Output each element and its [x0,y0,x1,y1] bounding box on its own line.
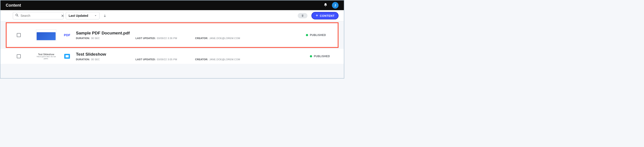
avatar-initial: J [334,4,336,7]
status-badge: PUBLISHED [306,34,334,37]
content-row[interactable]: Test Slideshow This is just a test. Do n… [0,49,344,64]
updated-value: 03/09/22 3:05 PM [157,58,177,61]
duration-label: DURATION: [76,58,90,61]
status-badge: PUBLISHED [310,55,338,58]
item-title: Sample PDF Document.pdf [76,31,302,36]
row-checkbox[interactable] [17,54,21,58]
row-details: Sample PDF Document.pdf DURATION: 30 SEC… [76,31,302,40]
toolbar-right: CONTENT [298,12,338,20]
notifications-icon[interactable] [324,3,328,8]
content-row[interactable]: PDF Sample PDF Document.pdf DURATION: 30… [6,22,338,48]
svg-point-0 [16,14,18,16]
sort-selected-label: Last Updated [69,14,88,18]
updated-label: LAST UPDATED: [136,37,156,40]
status-text: PUBLISHED [310,34,326,37]
type-indicator: PDF [62,33,72,37]
item-title: Test Slideshow [76,52,306,57]
status-dot-icon [306,34,308,36]
creator-value: JANE.DOE@LOREM.COM [209,58,240,61]
row-details: Test Slideshow DURATION: 30 SEC LAST UPD… [76,52,306,61]
topbar: Content J [0,0,344,10]
row-checkbox[interactable] [17,33,21,37]
creator-value: JANE.DOE@LOREM.COM [209,37,240,40]
search-input[interactable] [20,14,59,18]
slideshow-icon [64,54,70,59]
topbar-right: J [324,2,338,8]
creator-label: CREATOR: [195,58,208,61]
add-content-label: CONTENT [320,14,334,18]
sort-direction-toggle[interactable] [102,12,108,19]
type-indicator [62,54,72,59]
thumb-subtitle: This is just a test. Do not panic. [36,56,56,60]
plus-icon [316,14,318,18]
duration-value: 30 SEC [91,58,100,61]
pdf-type-label: PDF [64,33,70,37]
duration-value: 30 SEC [91,37,100,40]
search-field[interactable] [13,12,64,20]
svg-line-1 [18,16,18,16]
delete-button[interactable] [298,13,308,18]
pdf-thumbnail [36,29,56,41]
thumbnail: Test Slideshow This is just a test. Do n… [34,53,58,60]
duration-label: DURATION: [76,37,90,40]
thumb-title: Test Slideshow [36,53,56,56]
page-title: Content [6,3,21,8]
avatar[interactable]: J [332,2,338,8]
add-content-button[interactable]: CONTENT [312,12,338,20]
search-icon [15,14,19,18]
creator-label: CREATOR: [195,37,208,40]
chevron-down-icon [94,14,97,18]
slideshow-thumbnail: Test Slideshow This is just a test. Do n… [36,53,56,60]
thumbnail [34,29,58,41]
status-text: PUBLISHED [314,55,330,58]
meta-line: DURATION: 30 SEC LAST UPDATED: 03/09/22 … [76,58,306,61]
clear-icon[interactable] [61,14,64,18]
toolbar: Last Updated CONTENT [0,10,344,22]
status-dot-icon [310,55,312,58]
meta-line: DURATION: 30 SEC LAST UPDATED: 03/09/22 … [76,37,302,40]
updated-label: LAST UPDATED: [136,58,156,61]
updated-value: 03/09/22 3:36 PM [157,37,177,40]
sort-dropdown[interactable]: Last Updated [66,12,100,20]
